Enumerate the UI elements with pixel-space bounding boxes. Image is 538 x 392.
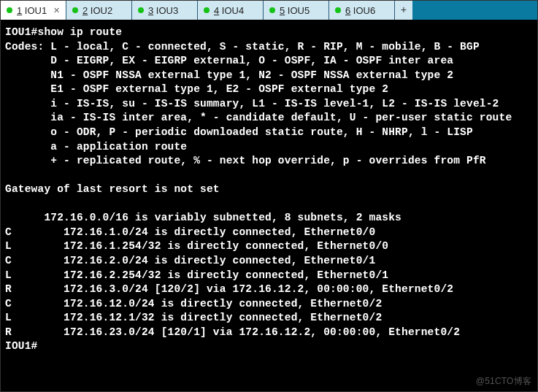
tab-iou2[interactable]: 2 IOU2 [66,1,132,20]
tab-iou6[interactable]: 6 IOU6 [329,1,395,20]
tab-label: 3 IOU3 [148,5,191,16]
terminal-output[interactable]: IOU1#show ip route Codes: L - local, C -… [1,20,537,391]
tab-label: 4 IOU4 [214,5,257,16]
new-tab-button[interactable]: + [395,1,412,20]
status-dot-icon [7,7,12,13]
tab-label: 5 IOU5 [280,5,323,16]
tab-iou3[interactable]: 3 IOU3 [132,1,198,20]
status-dot-icon [72,7,78,13]
tab-iou5[interactable]: 5 IOU5 [264,1,329,20]
tab-iou4[interactable]: 4 IOU4 [198,1,264,20]
status-dot-icon [269,7,275,13]
tab-label: 2 IOU2 [82,5,126,16]
tab-bar: 1 IOU1✕2 IOU23 IOU34 IOU45 IOU56 IOU6+ [1,1,537,20]
status-dot-icon [138,7,144,13]
status-dot-icon [335,7,341,13]
tab-iou1[interactable]: 1 IOU1✕ [1,1,66,20]
status-dot-icon [204,7,210,13]
tab-label: 6 IOU6 [345,5,388,16]
watermark: @51CTO博客 [476,375,531,387]
close-icon[interactable]: ✕ [53,6,60,15]
tab-label: 1 IOU1 [17,5,49,16]
